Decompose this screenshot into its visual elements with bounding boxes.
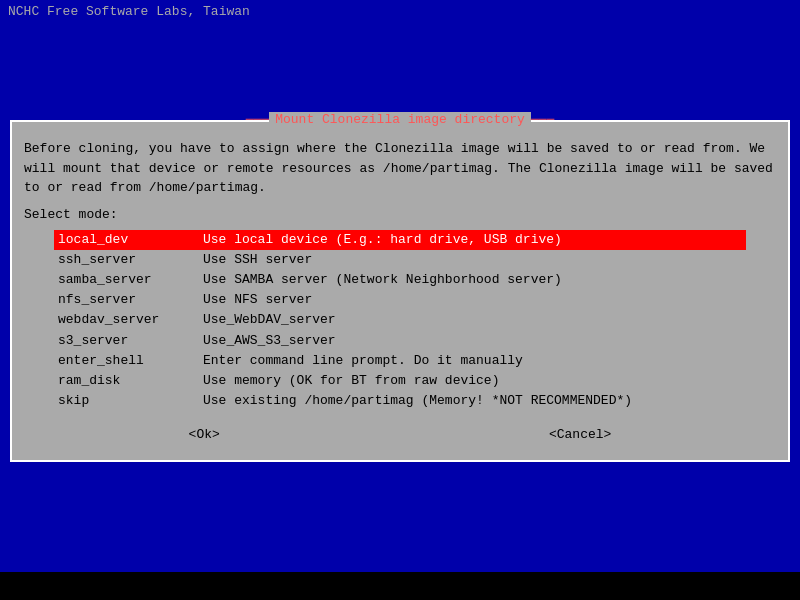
option-key: ssh_server bbox=[58, 251, 203, 269]
title-dash-right: ─── bbox=[531, 112, 554, 127]
option-desc: Use existing /home/partimag (Memory! *NO… bbox=[203, 392, 742, 410]
list-item[interactable]: s3_serverUse_AWS_S3_server bbox=[54, 331, 746, 351]
select-mode-label: Select mode: bbox=[24, 206, 776, 224]
option-key: skip bbox=[58, 392, 203, 410]
option-key: nfs_server bbox=[58, 291, 203, 309]
list-item[interactable]: local_devUse local device (E.g.: hard dr… bbox=[54, 230, 746, 250]
list-item[interactable]: enter_shellEnter command line prompt. Do… bbox=[54, 351, 746, 371]
option-key: local_dev bbox=[58, 231, 203, 249]
options-list: local_devUse local device (E.g.: hard dr… bbox=[54, 230, 746, 412]
list-item[interactable]: skipUse existing /home/partimag (Memory!… bbox=[54, 391, 746, 411]
option-desc: Use_WebDAV_server bbox=[203, 311, 742, 329]
header-title: NCHC Free Software Labs, Taiwan bbox=[8, 4, 250, 19]
option-desc: Enter command line prompt. Do it manuall… bbox=[203, 352, 742, 370]
option-desc: Use SAMBA server (Network Neighborhood s… bbox=[203, 271, 742, 289]
dialog-title: Mount Clonezilla image directory bbox=[269, 112, 531, 127]
dialog: ─── Mount Clonezilla image directory ───… bbox=[10, 120, 790, 462]
option-key: ram_disk bbox=[58, 372, 203, 390]
button-row: <Ok> <Cancel> bbox=[24, 425, 776, 444]
list-item[interactable]: samba_serverUse SAMBA server (Network Ne… bbox=[54, 270, 746, 290]
option-key: s3_server bbox=[58, 332, 203, 350]
option-desc: Use SSH server bbox=[203, 251, 742, 269]
ok-button[interactable]: <Ok> bbox=[181, 425, 228, 444]
option-desc: Use memory (OK for BT from raw device) bbox=[203, 372, 742, 390]
option-key: enter_shell bbox=[58, 352, 203, 370]
dialog-title-bar: ─── Mount Clonezilla image directory ─── bbox=[12, 112, 788, 127]
option-key: webdav_server bbox=[58, 311, 203, 329]
option-desc: Use local device (E.g.: hard drive, USB … bbox=[203, 231, 742, 249]
option-key: samba_server bbox=[58, 271, 203, 289]
title-dash-left: ─── bbox=[246, 112, 269, 127]
option-desc: Use_AWS_S3_server bbox=[203, 332, 742, 350]
list-item[interactable]: ram_diskUse memory (OK for BT from raw d… bbox=[54, 371, 746, 391]
description-text: Before cloning, you have to assign where… bbox=[24, 139, 776, 198]
list-item[interactable]: webdav_serverUse_WebDAV_server bbox=[54, 310, 746, 330]
dialog-content: Before cloning, you have to assign where… bbox=[12, 135, 788, 460]
header-bar: NCHC Free Software Labs, Taiwan bbox=[0, 0, 800, 22]
cancel-button[interactable]: <Cancel> bbox=[541, 425, 619, 444]
list-item[interactable]: nfs_serverUse NFS server bbox=[54, 290, 746, 310]
footer-bar bbox=[0, 572, 800, 600]
list-item[interactable]: ssh_serverUse SSH server bbox=[54, 250, 746, 270]
option-desc: Use NFS server bbox=[203, 291, 742, 309]
